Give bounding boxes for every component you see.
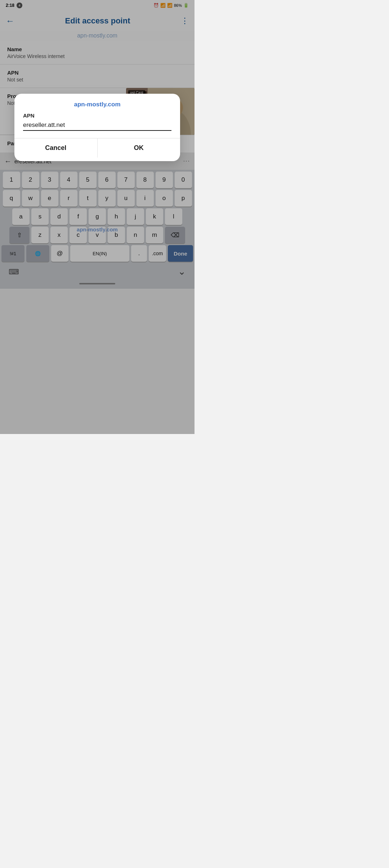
dialog-overlay: apn-mostly.com APN Cancel OK xyxy=(0,0,194,434)
dialog-watermark: apn-mostly.com xyxy=(23,101,171,108)
ok-button[interactable]: OK xyxy=(98,138,180,158)
dialog-field-label: APN xyxy=(23,112,171,119)
dialog-input-wrap[interactable] xyxy=(23,120,171,131)
apn-input[interactable] xyxy=(23,120,171,130)
apn-dialog: apn-mostly.com APN Cancel OK xyxy=(14,94,180,161)
cancel-button[interactable]: Cancel xyxy=(14,138,97,158)
dialog-actions: Cancel OK xyxy=(14,138,180,158)
